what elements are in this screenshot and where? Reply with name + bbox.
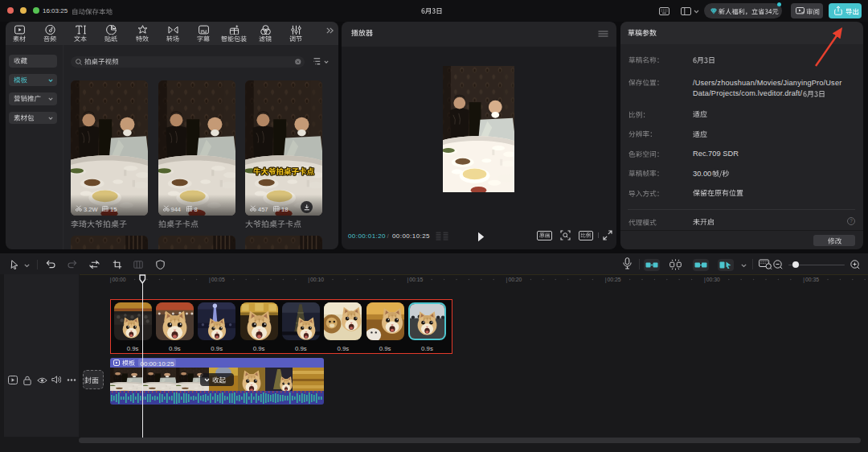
svg-text:?: ? bbox=[850, 218, 853, 224]
